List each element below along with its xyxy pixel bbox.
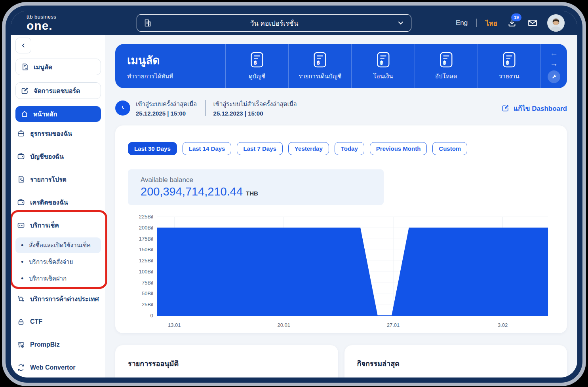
- app-screen: ttb business one. วัน คอเปอร์เรชั่น: [11, 11, 577, 378]
- language-divider: [476, 19, 477, 27]
- briefcase-icon: [17, 129, 25, 137]
- quick-menu-tile-upload[interactable]: ฿ อัปโหลด: [415, 44, 478, 88]
- filter-chip-today[interactable]: Today: [335, 142, 364, 155]
- edit-icon: [21, 87, 29, 95]
- bullet-icon: •: [21, 275, 23, 282]
- download-button[interactable]: 19: [506, 17, 518, 29]
- sidebar-item-my-transactions[interactable]: ธุรกรรมของฉัน: [15, 122, 101, 145]
- wallet-icon: [17, 152, 25, 160]
- last-failed-login-info: เข้าสู่ระบบไม่สำเร็จครั้งล่าสุดเมื่อ 25.…: [213, 99, 297, 117]
- sidebar-subitem-label: สั่งซื้อและเปิดใช้งานเช็ค: [29, 241, 91, 250]
- svg-text:20.01: 20.01: [277, 322, 290, 328]
- wallet-icon: [17, 198, 25, 206]
- sidebar-item-cheque-services[interactable]: บริการเช็ค: [15, 214, 101, 237]
- filter-chip-last-30-days[interactable]: Last 30 Days: [128, 142, 177, 155]
- quick-menu-customize-button[interactable]: [548, 70, 560, 83]
- sidebar-collapse-button[interactable]: [15, 38, 31, 53]
- sidebar-subitem-label: บริการเช็คสั่งจ่าย: [29, 257, 73, 267]
- svg-text:฿: ฿: [506, 60, 509, 66]
- quick-menu-tile-view-accounts[interactable]: ฿ ดูบัญชี: [225, 44, 288, 88]
- company-selector-dropdown[interactable]: วัน คอเปอร์เรชั่น: [137, 14, 411, 32]
- quick-menu-tile-label: รายงาน: [499, 72, 519, 81]
- quick-menu-pager: ← →: [540, 44, 567, 88]
- bullet-icon: •: [21, 258, 23, 266]
- last-failed-login-value: 25.12.2023 | 15:00: [213, 110, 297, 117]
- pending-approvals-card[interactable]: รายการรออนุมัติ: [115, 345, 338, 378]
- download-count-badge: 19: [511, 13, 521, 21]
- available-balance-line: 200,394,714,210.44 THB: [141, 185, 371, 198]
- chevron-left-icon: [20, 42, 27, 49]
- quick-menu-tile-transfer[interactable]: ฿ โอนเงิน: [351, 44, 414, 88]
- quick-menu-tile-reports[interactable]: ฿ รายงาน: [478, 44, 540, 88]
- sidebar-item-my-accounts[interactable]: บัญชีของฉัน: [15, 145, 101, 168]
- quick-menu-subtitle: ทำรายการได้ทันที: [127, 72, 225, 81]
- svg-text:50Bil: 50Bil: [142, 290, 153, 296]
- mail-button[interactable]: [527, 17, 539, 29]
- date-filter-chips: Last 30 Days Last 14 Days Last 7 Days Ye…: [128, 142, 554, 155]
- available-balance-currency: THB: [246, 190, 258, 197]
- main-content: เมนูลัด ทำรายการได้ทันที ฿ ดูบัญชี: [105, 35, 577, 378]
- quick-menu-tile-label: รายการเดินบัญชี: [299, 72, 341, 81]
- sidebar-item-label: บริการการค้าต่างประเทศ: [30, 294, 99, 304]
- arrow-right-icon[interactable]: →: [550, 59, 558, 67]
- baht-document-icon: ฿: [312, 51, 327, 68]
- promptbiz-device-icon: [17, 341, 25, 349]
- sidebar-item-web-convertor[interactable]: Web Convertor: [15, 356, 101, 378]
- mail-icon: [527, 18, 538, 28]
- balance-card: Last 30 Days Last 14 Days Last 7 Days Ye…: [115, 125, 567, 333]
- sidebar-item-label: Web Convertor: [30, 364, 75, 371]
- sidebar-item-manage-dashboard[interactable]: จัดการแดชบอร์ด: [15, 82, 101, 99]
- baht-document-icon: ฿: [439, 51, 454, 68]
- svg-text:125Bil: 125Bil: [139, 258, 153, 264]
- filter-chip-last-7-days[interactable]: Last 7 Days: [237, 142, 282, 155]
- sidebar-item-international-trade[interactable]: บริการการค้าต่างประเทศ: [15, 287, 101, 310]
- document-heart-icon: [17, 175, 25, 183]
- language-option-eng[interactable]: Eng: [456, 19, 468, 27]
- svg-text:฿: ฿: [380, 60, 383, 66]
- sidebar-subitem-order-activate-cheque[interactable]: • สั่งซื้อและเปิดใช้งานเช็ค: [15, 237, 101, 253]
- svg-text:75Bil: 75Bil: [142, 280, 153, 286]
- baht-document-icon: ฿: [502, 51, 517, 68]
- header-right-cluster: Eng ไทย 19: [446, 14, 565, 32]
- svg-text:13.01: 13.01: [168, 322, 181, 328]
- sidebar-item-label: จัดการแดชบอร์ด: [34, 86, 80, 96]
- last-login-info: เข้าสู่ระบบครั้งล่าสุดเมื่อ 25.12.2025 |…: [136, 99, 197, 117]
- cheque-icon: [17, 221, 25, 229]
- sidebar-subitem-cheque-payment[interactable]: • บริการเช็คสั่งจ่าย: [15, 254, 101, 270]
- available-balance-panel: Available balance 200,394,714,210.44 THB: [128, 169, 384, 205]
- available-balance-label: Available balance: [141, 176, 371, 184]
- filter-chip-last-14-days[interactable]: Last 14 Days: [183, 142, 232, 155]
- last-login-value: 25.12.2025 | 15:00: [136, 110, 197, 117]
- sidebar-item-favorites[interactable]: รายการโปรด: [15, 168, 101, 191]
- sidebar-item-home[interactable]: หน้าหลัก: [15, 106, 101, 122]
- svg-text:฿: ฿: [443, 60, 446, 66]
- refresh-icon: [17, 364, 25, 372]
- sidebar-subitem-cheque-deposit[interactable]: • บริการเช็คฝาก: [15, 271, 101, 286]
- language-option-thai[interactable]: ไทย: [485, 18, 497, 28]
- top-bar: ttb business one. วัน คอเปอร์เรชั่น: [11, 11, 577, 35]
- building-icon: [143, 19, 152, 27]
- sidebar-item-my-credit[interactable]: เครดิตของฉัน: [15, 191, 101, 214]
- user-avatar[interactable]: [547, 14, 565, 32]
- arrow-left-icon[interactable]: ←: [550, 49, 558, 57]
- wrench-icon: [551, 74, 557, 80]
- edit-dashboard-link[interactable]: แก้ไข Dashboard: [502, 103, 567, 114]
- sidebar-item-menu-shortcut[interactable]: เมนูลัด: [15, 59, 101, 75]
- pending-approvals-title: รายการรออนุมัติ: [128, 358, 325, 369]
- recent-activity-card[interactable]: กิจกรรมล่าสุด: [344, 345, 567, 378]
- filter-chip-yesterday[interactable]: Yesterday: [288, 142, 329, 155]
- filter-chip-previous-month[interactable]: Previous Month: [370, 142, 427, 155]
- quick-menu-tile-label: อัปโหลด: [435, 72, 457, 81]
- bullet-icon: •: [21, 242, 23, 249]
- quick-menu-tile-label: โอนเงิน: [373, 72, 393, 81]
- last-login-label: เข้าสู่ระบบครั้งล่าสุดเมื่อ: [136, 99, 197, 109]
- sidebar: เมนูลัด จัดการแดชบอร์ด หน้าหลัก: [11, 35, 105, 378]
- quick-menu-tile-account-statement[interactable]: ฿ รายการเดินบัญชี: [288, 44, 351, 88]
- sidebar-item-ctf[interactable]: CTF: [15, 310, 101, 333]
- logo-product-text: one.: [27, 20, 102, 32]
- filter-chip-custom[interactable]: Custom: [432, 142, 467, 155]
- sidebar-item-label: เมนูลัด: [34, 62, 52, 72]
- sidebar-item-label: เครดิตของฉัน: [30, 197, 68, 207]
- sidebar-item-promptbiz[interactable]: PrompBiz: [15, 333, 101, 356]
- lock-icon: [17, 318, 25, 326]
